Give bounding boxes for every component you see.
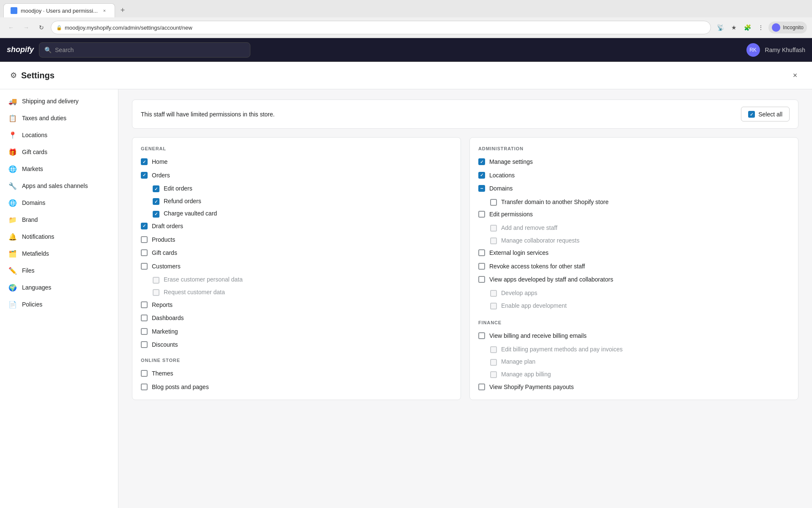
address-bar[interactable]: 🔒 moodjoy.myshopify.com/admin/settings/a… bbox=[51, 21, 711, 34]
manage-app-billing-label: Manage app billing bbox=[501, 370, 551, 379]
permissions-info-bar: This staff will have limited permissions… bbox=[132, 99, 798, 129]
themes-label[interactable]: Themes bbox=[152, 370, 173, 378]
edit-orders-label[interactable]: Edit orders bbox=[164, 185, 192, 193]
perm-item-gift-cards: Gift cards bbox=[141, 249, 452, 257]
sidebar-item-locations[interactable]: 📍 Locations bbox=[0, 127, 118, 144]
sidebar-item-gift-cards[interactable]: 🎁 Gift cards bbox=[0, 144, 118, 160]
perm-item-manage-collab: Manage collaborator requests bbox=[490, 237, 790, 245]
tab-close-button[interactable]: × bbox=[101, 7, 108, 14]
perm-item-transfer-domain: Transfer domain to another Shopify store bbox=[490, 198, 790, 207]
external-login-checkbox[interactable] bbox=[478, 249, 485, 256]
forward-button[interactable]: → bbox=[20, 22, 32, 33]
home-label[interactable]: Home bbox=[152, 158, 167, 166]
perm-item-develop-apps: Develop apps bbox=[490, 289, 790, 298]
refund-orders-checkbox[interactable] bbox=[153, 198, 159, 205]
manage-settings-checkbox[interactable] bbox=[478, 158, 485, 165]
select-all-checkbox[interactable] bbox=[748, 111, 755, 118]
domains-label[interactable]: Domains bbox=[489, 185, 513, 193]
browser-tab[interactable]: moodjoy · Users and permissi... × bbox=[3, 3, 115, 17]
transfer-domain-label[interactable]: Transfer domain to another Shopify store bbox=[501, 198, 609, 207]
sidebar-item-notifications[interactable]: 🔔 Notifications bbox=[0, 228, 118, 245]
themes-checkbox[interactable] bbox=[141, 370, 148, 377]
marketing-checkbox[interactable] bbox=[141, 328, 148, 335]
url-text: moodjoy.myshopify.com/admin/settings/acc… bbox=[65, 25, 192, 31]
edit-billing-checkbox bbox=[490, 346, 497, 353]
sidebar-item-metafields[interactable]: 🗂️ Metafields bbox=[0, 245, 118, 262]
charge-vaulted-checkbox[interactable] bbox=[153, 211, 159, 218]
products-checkbox[interactable] bbox=[141, 236, 148, 243]
sidebar-item-policies[interactable]: 📄 Policies bbox=[0, 296, 118, 313]
user-avatar[interactable]: RK bbox=[746, 43, 760, 57]
perm-item-marketing: Marketing bbox=[141, 328, 452, 336]
sidebar-item-brand[interactable]: 📁 Brand bbox=[0, 211, 118, 228]
perm-item-erase-customer: Erase customer personal data bbox=[153, 276, 452, 284]
sidebar-item-apps[interactable]: 🔧 Apps and sales channels bbox=[0, 177, 118, 194]
view-shopify-payments-checkbox[interactable] bbox=[478, 384, 485, 390]
external-login-label[interactable]: External login services bbox=[489, 249, 549, 257]
view-shopify-payments-label[interactable]: View Shopify Payments payouts bbox=[489, 383, 574, 392]
reports-checkbox[interactable] bbox=[141, 301, 148, 308]
perm-item-view-billing: View billing and receive billing emails bbox=[478, 332, 790, 340]
files-icon: ✏️ bbox=[8, 266, 17, 275]
refund-orders-label[interactable]: Refund orders bbox=[164, 197, 201, 206]
manage-settings-label[interactable]: Manage settings bbox=[489, 158, 533, 166]
products-label[interactable]: Products bbox=[152, 236, 175, 244]
cast-icon[interactable]: 📡 bbox=[714, 22, 726, 33]
edit-orders-checkbox[interactable] bbox=[153, 185, 159, 192]
orders-checkbox[interactable] bbox=[141, 172, 148, 179]
admin-locations-label[interactable]: Locations bbox=[489, 171, 515, 180]
perm-item-products: Products bbox=[141, 236, 452, 244]
edit-permissions-label[interactable]: Edit permissions bbox=[489, 210, 533, 219]
taxes-icon: 📋 bbox=[8, 114, 17, 122]
admin-locations-checkbox[interactable] bbox=[478, 172, 485, 179]
transfer-domain-checkbox[interactable] bbox=[490, 199, 497, 206]
domains-checkbox[interactable] bbox=[478, 185, 485, 192]
extensions-icon[interactable]: 🧩 bbox=[741, 22, 753, 33]
blog-posts-label[interactable]: Blog posts and pages bbox=[152, 383, 209, 392]
customers-label[interactable]: Customers bbox=[152, 262, 181, 271]
sidebar-item-files[interactable]: ✏️ Files bbox=[0, 262, 118, 279]
draft-orders-label[interactable]: Draft orders bbox=[152, 222, 183, 231]
edit-permissions-checkbox[interactable] bbox=[478, 211, 485, 218]
orders-label[interactable]: Orders bbox=[152, 171, 170, 180]
profile-button[interactable]: Incognito bbox=[768, 22, 807, 33]
sidebar-item-shipping[interactable]: 🚚 Shipping and delivery bbox=[0, 93, 118, 110]
select-all-button[interactable]: Select all bbox=[741, 107, 790, 121]
bookmark-icon[interactable]: ★ bbox=[728, 22, 740, 33]
sidebar-item-domains[interactable]: 🌐 Domains bbox=[0, 194, 118, 211]
gift-cards-label[interactable]: Gift cards bbox=[152, 249, 177, 257]
add-remove-staff-label: Add and remove staff bbox=[501, 224, 557, 232]
new-tab-button[interactable]: + bbox=[117, 5, 129, 17]
settings-close-button[interactable]: × bbox=[788, 69, 802, 82]
sidebar-item-languages[interactable]: 🌍 Languages bbox=[0, 279, 118, 296]
reload-button[interactable]: ↻ bbox=[36, 22, 47, 33]
dashboards-checkbox[interactable] bbox=[141, 315, 148, 321]
gift-cards-checkbox[interactable] bbox=[141, 249, 148, 256]
reports-label[interactable]: Reports bbox=[152, 301, 173, 309]
sidebar-item-markets[interactable]: 🌐 Markets bbox=[0, 160, 118, 177]
dashboards-label[interactable]: Dashboards bbox=[152, 314, 184, 323]
charge-vaulted-label[interactable]: Charge vaulted card bbox=[164, 210, 217, 218]
sidebar-item-label: Policies bbox=[22, 301, 42, 308]
revoke-tokens-checkbox[interactable] bbox=[478, 263, 485, 270]
policies-icon: 📄 bbox=[8, 300, 17, 309]
sidebar-item-taxes[interactable]: 📋 Taxes and duties bbox=[0, 110, 118, 127]
view-apps-label[interactable]: View apps developed by staff and collabo… bbox=[489, 276, 613, 284]
discounts-label[interactable]: Discounts bbox=[152, 341, 178, 349]
revoke-tokens-label[interactable]: Revoke access tokens for other staff bbox=[489, 262, 585, 271]
perm-item-request-customer: Request customer data bbox=[153, 288, 452, 297]
blog-posts-checkbox[interactable] bbox=[141, 384, 148, 390]
more-icon[interactable]: ⋮ bbox=[755, 22, 767, 33]
erase-customer-checkbox bbox=[153, 277, 159, 284]
back-button[interactable]: ← bbox=[5, 22, 17, 33]
view-apps-checkbox[interactable] bbox=[478, 276, 485, 283]
view-billing-label[interactable]: View billing and receive billing emails bbox=[489, 332, 587, 340]
search-bar[interactable]: 🔍 Search bbox=[39, 42, 250, 58]
marketing-label[interactable]: Marketing bbox=[152, 328, 178, 336]
view-billing-checkbox[interactable] bbox=[478, 332, 485, 339]
customers-checkbox[interactable] bbox=[141, 263, 148, 270]
home-checkbox[interactable] bbox=[141, 158, 148, 165]
discounts-checkbox[interactable] bbox=[141, 341, 148, 348]
draft-orders-checkbox[interactable] bbox=[141, 223, 148, 229]
markets-icon: 🌐 bbox=[8, 165, 17, 173]
